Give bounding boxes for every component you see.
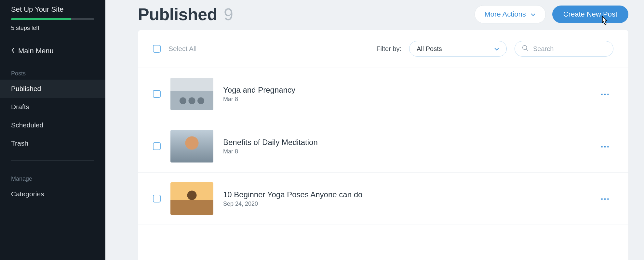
create-new-post-button[interactable]: Create New Post <box>552 6 628 23</box>
post-meta: Yoga and Pregnancy Mar 8 <box>223 85 587 103</box>
post-title: Benefits of Daily Meditation <box>223 138 587 147</box>
post-title: 10 Beginner Yoga Poses Anyone can do <box>223 190 587 199</box>
svg-line-1 <box>526 49 528 51</box>
post-title: Yoga and Pregnancy <box>223 85 587 95</box>
select-all-label: Select All <box>168 45 196 53</box>
more-options-icon[interactable]: ⋯ <box>597 138 613 155</box>
header-actions: More Actions Create New Post <box>475 5 628 23</box>
post-row[interactable]: Yoga and Pregnancy Mar 8 ⋯ <box>138 68 628 120</box>
sidebar-divider <box>11 160 94 161</box>
page-header: Published 9 More Actions Create New Post <box>105 0 644 30</box>
post-thumbnail[interactable] <box>170 78 213 110</box>
sidebar-item-trash[interactable]: Trash <box>0 134 105 152</box>
setup-title: Set Up Your Site <box>11 5 94 14</box>
post-date: Mar 8 <box>223 96 587 103</box>
more-options-icon[interactable]: ⋯ <box>597 190 613 207</box>
post-list: Yoga and Pregnancy Mar 8 ⋯ Benefits of D… <box>138 68 628 260</box>
page-title: Published 9 <box>138 5 233 24</box>
chevron-down-icon <box>530 10 536 19</box>
post-meta: Benefits of Daily Meditation Mar 8 <box>223 138 587 155</box>
more-actions-label: More Actions <box>485 10 526 19</box>
post-checkbox[interactable] <box>153 90 161 98</box>
section-manage-label: Manage <box>0 168 105 185</box>
progress-bar <box>11 18 94 20</box>
filter-dropdown[interactable]: All Posts <box>409 41 507 57</box>
post-row[interactable]: 10 Beginner Yoga Poses Anyone can do Sep… <box>138 173 628 225</box>
create-new-post-label: Create New Post <box>563 10 617 18</box>
post-date: Mar 8 <box>223 148 587 155</box>
chevron-down-icon <box>494 45 499 53</box>
post-date: Sep 24, 2020 <box>223 201 587 207</box>
page-title-text: Published <box>138 5 217 24</box>
progress-fill <box>11 18 71 20</box>
sidebar-item-published[interactable]: Published <box>0 80 105 98</box>
post-meta: 10 Beginner Yoga Poses Anyone can do Sep… <box>223 190 587 207</box>
more-actions-dropdown[interactable]: More Actions <box>475 5 546 23</box>
main: Published 9 More Actions Create New Post <box>105 0 644 260</box>
more-options-icon[interactable]: ⋯ <box>597 85 613 103</box>
sidebar-item-categories[interactable]: Categories <box>0 185 105 203</box>
post-checkbox[interactable] <box>153 195 161 202</box>
setup-block[interactable]: Set Up Your Site 5 steps left <box>0 0 105 39</box>
select-all-checkbox[interactable] <box>153 45 161 53</box>
sidebar-item-scheduled[interactable]: Scheduled <box>0 116 105 134</box>
steps-left-label: 5 steps left <box>11 25 94 32</box>
search-box[interactable] <box>515 41 613 57</box>
filter-by-label: Filter by: <box>376 45 401 53</box>
sidebar-item-drafts[interactable]: Drafts <box>0 98 105 116</box>
sidebar: Set Up Your Site 5 steps left Main Menu … <box>0 0 105 260</box>
post-thumbnail[interactable] <box>170 182 213 215</box>
main-menu-label: Main Menu <box>18 47 54 55</box>
post-thumbnail[interactable] <box>170 130 213 162</box>
search-icon <box>522 45 529 53</box>
section-posts-label: Posts <box>0 63 105 80</box>
post-checkbox[interactable] <box>153 142 161 150</box>
svg-point-0 <box>523 46 527 50</box>
search-input[interactable] <box>533 45 615 53</box>
page-title-count: 9 <box>224 5 233 24</box>
main-menu-link[interactable]: Main Menu <box>0 39 105 63</box>
filter-value: All Posts <box>417 45 442 53</box>
chevron-left-icon <box>11 47 15 55</box>
card-controls: Select All Filter by: All Posts <box>138 30 628 68</box>
post-row[interactable]: Benefits of Daily Meditation Mar 8 ⋯ <box>138 120 628 173</box>
posts-card: Select All Filter by: All Posts <box>138 30 628 260</box>
